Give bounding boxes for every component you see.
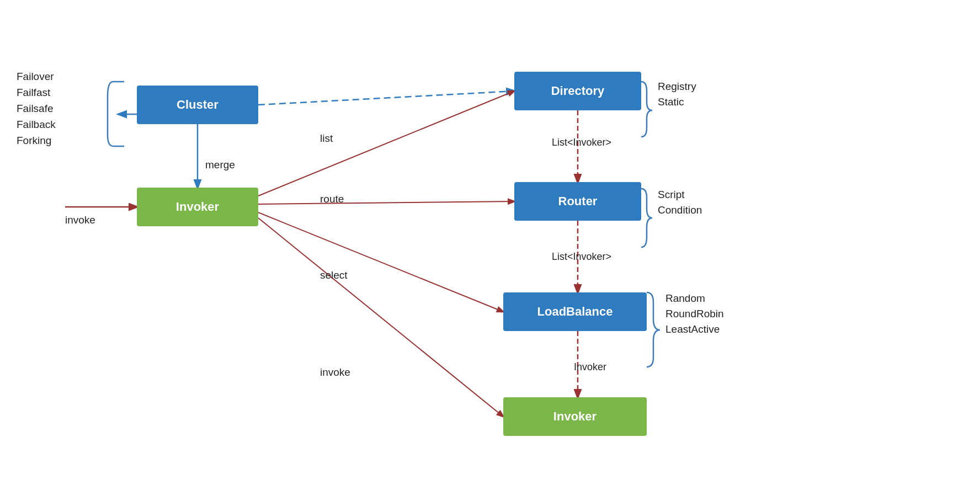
invoker-to-directory-arrow [258, 91, 514, 196]
invoker-label3: Invoker [574, 361, 606, 373]
random-label: Random [665, 292, 705, 305]
merge-label: merge [205, 159, 235, 171]
invoker-to-invoker-bottom-arrow [258, 218, 503, 417]
router-box: Router [514, 182, 641, 221]
select-label: select [320, 269, 348, 281]
invoker-top-box: Invoker [137, 188, 258, 226]
invoke-label: invoke [65, 214, 95, 226]
roundrobin-label: RoundRobin [665, 308, 724, 320]
directory-box: Directory [514, 72, 641, 110]
diagram-svg [0, 0, 980, 501]
forking-label: Forking [17, 135, 51, 147]
static-label: Static [658, 96, 684, 108]
failfast-label: Failfast [17, 87, 50, 99]
failsafe-label: Failsafe [17, 103, 54, 115]
invoker-to-loadbalance-arrow [258, 212, 503, 312]
right-brace-loadbalance [647, 292, 660, 367]
condition-label: Condition [658, 204, 702, 216]
invoker-to-router-arrow [258, 201, 514, 204]
script-label: Script [658, 189, 685, 201]
list-invoker-label2: List<Invoker> [552, 251, 611, 263]
leastactive-label: LeastActive [665, 323, 720, 335]
route-label: route [320, 193, 344, 205]
right-brace-router [641, 189, 652, 247]
cluster-to-directory-arrow [258, 91, 514, 105]
list-invoker-label1: List<Invoker> [552, 137, 611, 148]
cluster-box: Cluster [137, 86, 258, 124]
diagram-container: Cluster Invoker Directory Router LoadBal… [0, 0, 980, 501]
invoker-bottom-box: Invoker [503, 397, 647, 436]
loadbalance-box: LoadBalance [503, 292, 647, 331]
invoke2-label: invoke [320, 366, 350, 379]
failback-label: Failback [17, 119, 56, 131]
list-label: list [320, 132, 333, 145]
left-brace-arc [108, 82, 113, 146]
registry-label: Registry [658, 81, 696, 93]
failover-label: Failover [17, 71, 54, 83]
right-brace-directory [641, 82, 652, 137]
